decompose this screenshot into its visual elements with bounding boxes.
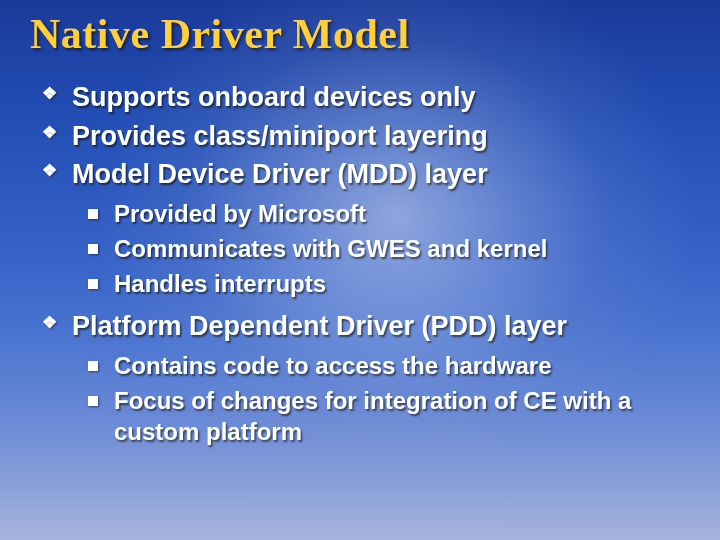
subbullet-item: Handles interrupts (84, 268, 692, 299)
bullet-text: Model Device Driver (MDD) layer (72, 159, 488, 189)
subbullet-item: Communicates with GWES and kernel (84, 233, 692, 264)
bullet-list-level2: Provided by Microsoft Communicates with … (28, 198, 692, 300)
subbullet-text: Focus of changes for integration of CE w… (114, 387, 631, 445)
slide-body: Supports onboard devices only Provides c… (28, 80, 692, 447)
bullet-item: Model Device Driver (MDD) layer (42, 157, 692, 192)
bullet-item: Provides class/miniport layering (42, 119, 692, 154)
bullet-item: Platform Dependent Driver (PDD) layer (42, 309, 692, 344)
slide-title: Native Driver Model (30, 10, 692, 58)
bullet-list-level1: Supports onboard devices only Provides c… (28, 80, 692, 192)
subbullet-text: Contains code to access the hardware (114, 352, 551, 379)
bullet-list-level1: Platform Dependent Driver (PDD) layer (28, 309, 692, 344)
subbullet-text: Handles interrupts (114, 270, 326, 297)
subbullet-text: Communicates with GWES and kernel (114, 235, 547, 262)
subbullet-item: Focus of changes for integration of CE w… (84, 385, 692, 447)
subbullet-item: Contains code to access the hardware (84, 350, 692, 381)
bullet-text: Supports onboard devices only (72, 82, 476, 112)
subbullet-text: Provided by Microsoft (114, 200, 366, 227)
slide: Native Driver Model Supports onboard dev… (0, 0, 720, 540)
bullet-text: Platform Dependent Driver (PDD) layer (72, 311, 567, 341)
bullet-list-level2: Contains code to access the hardware Foc… (28, 350, 692, 448)
subbullet-item: Provided by Microsoft (84, 198, 692, 229)
bullet-text: Provides class/miniport layering (72, 121, 488, 151)
bullet-item: Supports onboard devices only (42, 80, 692, 115)
